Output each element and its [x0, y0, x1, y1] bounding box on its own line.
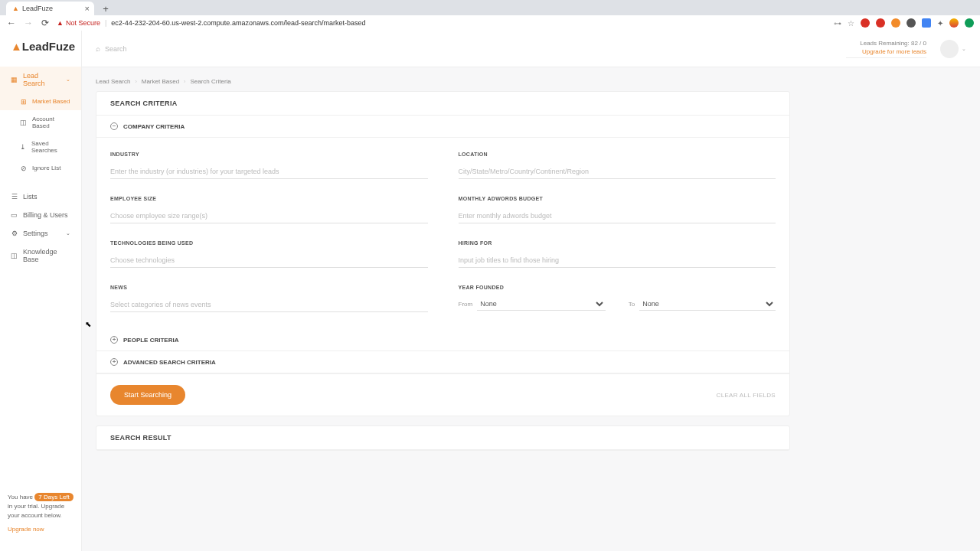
- section-title: ADVANCED SEARCH CRITERIA: [123, 359, 216, 366]
- chevron-down-icon: ⌄: [66, 77, 70, 83]
- clear-all-fields-link[interactable]: CLEAR ALL FIELDS: [717, 392, 776, 399]
- extension-icon[interactable]: [891, 18, 900, 28]
- forward-button[interactable]: →: [23, 18, 34, 28]
- panel-footer: Start Searching CLEAR ALL FIELDS: [96, 373, 789, 416]
- star-icon[interactable]: ☆: [848, 19, 854, 28]
- sidebar-item-saved-searches[interactable]: ⤓ Saved Searches: [0, 135, 81, 159]
- market-icon: ⊞: [20, 98, 27, 105]
- url-field[interactable]: ▲Not Secure | ec2-44-232-204-60.us-west-…: [57, 19, 828, 27]
- company-criteria-header[interactable]: − COMPANY CRITERIA: [96, 116, 789, 138]
- company-criteria-body: INDUSTRY LOCATION EMPLOYEE SIZE: [96, 138, 789, 329]
- breadcrumb-item[interactable]: Lead Search: [96, 78, 130, 85]
- search-criteria-panel: SEARCH CRITERIA − COMPANY CRITERIA INDUS…: [96, 91, 790, 416]
- hiring-input[interactable]: [459, 253, 776, 268]
- sidebar-item-settings[interactable]: ⚙ Settings ⌄: [0, 224, 81, 243]
- industry-input[interactable]: [110, 165, 428, 179]
- panel-title: SEARCH CRITERIA: [96, 92, 789, 116]
- section-title: COMPANY CRITERIA: [123, 123, 185, 130]
- new-tab-button[interactable]: +: [99, 2, 113, 15]
- advanced-criteria-header[interactable]: + ADVANCED SEARCH CRITERIA: [96, 351, 789, 373]
- toolbar-icons: ⊶ ☆ ✦: [834, 18, 974, 28]
- expand-icon: +: [110, 358, 118, 366]
- breadcrumb-item[interactable]: Market Based: [142, 78, 179, 85]
- news-input[interactable]: [110, 298, 428, 312]
- tab-title: LeadFuze: [22, 5, 53, 12]
- topbar: ⌕ Leads Remaining: 82 / 0 Upgrade for mo…: [82, 31, 980, 67]
- grid-icon: ▦: [11, 77, 18, 83]
- app-root: ▲LeadFuze ▦ Lead Search ⌄ ⊞ Market Based…: [0, 31, 980, 551]
- tab-bar: ▲ LeadFuze × +: [0, 0, 980, 15]
- adwords-label: MONTHLY ADWORDS BUDGET: [459, 196, 776, 201]
- industry-label: INDUSTRY: [110, 152, 428, 157]
- sidebar-label: Saved Searches: [31, 140, 70, 154]
- key-icon[interactable]: ⊶: [834, 19, 841, 28]
- trial-notice: You have 7 Days Left in your trial. Upgr…: [8, 493, 74, 534]
- people-criteria-header[interactable]: + PEOPLE CRITERIA: [96, 329, 789, 351]
- ignore-icon: ⊘: [20, 165, 27, 171]
- address-bar: ← → ⟳ ▲Not Secure | ec2-44-232-204-60.us…: [0, 15, 980, 31]
- book-icon: ◫: [11, 253, 18, 259]
- close-icon[interactable]: ×: [85, 4, 90, 13]
- trial-days-badge: 7 Days Left: [34, 493, 73, 501]
- news-label: NEWS: [110, 285, 428, 290]
- sidebar-label: Knowledge Base: [23, 248, 70, 263]
- sidebar-item-account-based[interactable]: ◫ Account Based: [0, 110, 81, 135]
- extensions-menu-icon[interactable]: ✦: [937, 19, 943, 28]
- year-founded-label: YEAR FOUNDED: [459, 285, 776, 290]
- employee-size-label: EMPLOYEE SIZE: [110, 196, 428, 201]
- sidebar-item-knowledge-base[interactable]: ◫ Knowledge Base: [0, 243, 81, 269]
- gear-icon: ⚙: [11, 230, 18, 237]
- sidebar-label: Account Based: [32, 116, 70, 129]
- section-title: PEOPLE CRITERIA: [123, 337, 178, 344]
- account-icon: ◫: [20, 119, 27, 126]
- adwords-input[interactable]: [459, 209, 776, 223]
- location-label: LOCATION: [459, 152, 776, 157]
- search-input[interactable]: [105, 42, 258, 56]
- billing-icon: ▭: [11, 212, 18, 219]
- upgrade-now-link[interactable]: Upgrade now: [8, 525, 74, 534]
- year-to-select[interactable]: None: [639, 298, 776, 311]
- year-from-select[interactable]: None: [477, 298, 606, 311]
- start-searching-button[interactable]: Start Searching: [110, 385, 185, 405]
- user-menu[interactable]: ⌄: [940, 40, 966, 58]
- avatar: [940, 40, 959, 58]
- upgrade-leads-link[interactable]: Upgrade for more leads: [846, 48, 926, 55]
- url-text: ec2-44-232-204-60.us-west-2.compute.amaz…: [111, 19, 365, 27]
- profile-icon[interactable]: [949, 18, 959, 28]
- back-button[interactable]: ←: [6, 18, 17, 28]
- expand-icon: +: [110, 336, 118, 344]
- year-from-label: From: [459, 301, 473, 308]
- sidebar-item-ignore-list[interactable]: ⊘ Ignore List: [0, 159, 81, 177]
- chevron-down-icon: ⌄: [66, 230, 70, 236]
- extension-icon[interactable]: [965, 18, 974, 28]
- sidebar-label: Billing & Users: [23, 211, 68, 219]
- sidebar-item-lists[interactable]: ☰ Lists: [0, 187, 81, 206]
- browser-chrome: ▲ LeadFuze × + ← → ⟳ ▲Not Secure | ec2-4…: [0, 0, 980, 31]
- chevron-right-icon: ›: [135, 79, 136, 84]
- sidebar-label: Market Based: [32, 98, 70, 105]
- sidebar-item-market-based[interactable]: ⊞ Market Based: [0, 93, 81, 110]
- reload-button[interactable]: ⟳: [40, 18, 51, 28]
- chevron-down-icon: ⌄: [962, 46, 966, 52]
- extension-icon[interactable]: [906, 18, 916, 28]
- extension-icon[interactable]: [922, 18, 931, 28]
- employee-size-input[interactable]: [110, 209, 428, 223]
- year-to-label: To: [629, 301, 635, 308]
- sidebar-item-billing[interactable]: ▭ Billing & Users: [0, 206, 81, 224]
- global-search[interactable]: ⌕: [96, 42, 258, 56]
- sidebar-item-lead-search[interactable]: ▦ Lead Search ⌄: [0, 67, 81, 93]
- technologies-input[interactable]: [110, 253, 428, 268]
- search-result-panel: SEARCH RESULT: [96, 425, 790, 451]
- search-icon: ⌕: [96, 44, 100, 53]
- breadcrumb: Lead Search › Market Based › Search Crit…: [96, 78, 966, 85]
- security-warning-icon: ▲Not Secure: [57, 19, 100, 27]
- sidebar-label: Settings: [23, 230, 48, 237]
- logo[interactable]: ▲LeadFuze: [0, 40, 81, 67]
- extension-icon[interactable]: [861, 18, 870, 28]
- sidebar-label: Lead Search: [23, 72, 60, 87]
- location-input[interactable]: [459, 165, 776, 179]
- extension-icon[interactable]: [876, 18, 885, 28]
- browser-tab[interactable]: ▲ LeadFuze ×: [6, 2, 94, 15]
- flame-icon: ▲: [11, 40, 22, 53]
- chevron-right-icon: ›: [184, 79, 185, 84]
